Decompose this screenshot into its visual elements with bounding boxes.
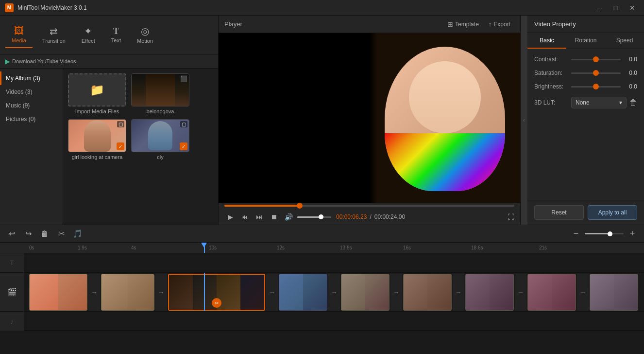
window-controls: ─ □ ✕ (593, 2, 639, 13)
toolbar-item-text[interactable]: T Text (104, 23, 128, 47)
player-label: Player (224, 20, 242, 28)
contrast-slider[interactable] (571, 59, 621, 60)
video-container (219, 33, 520, 203)
toolbar-item-motion[interactable]: ◎ Motion (130, 22, 160, 48)
clip-3-selected[interactable]: ✂ (168, 274, 265, 311)
toolbar-item-effect[interactable]: ✦ Effect (75, 22, 102, 48)
import-media-item[interactable]: 📁 Import Media Files (68, 73, 126, 114)
reset-button[interactable]: Reset (534, 205, 584, 220)
toolbar-label-motion: Motion (137, 38, 153, 44)
transition-arrow-7: → (515, 274, 526, 311)
panel-collapse-button[interactable]: ‹ (521, 16, 527, 225)
text-icon: T (113, 27, 119, 35)
zoom-in-button[interactable]: + (626, 227, 639, 241)
zoom-slider[interactable] (585, 233, 624, 234)
media-item-cly[interactable]: ▢ ✓ cly (131, 119, 189, 160)
download-youtube-button[interactable]: ▶ Download YouTube Videos (5, 57, 76, 65)
clip-2[interactable] (101, 274, 154, 311)
contrast-value: 0.0 (624, 56, 637, 63)
transition-arrow-8: → (577, 274, 589, 311)
media-item-girl-looking[interactable]: ▢ ✓ girl looking at camera (68, 119, 126, 160)
minimize-button[interactable]: ─ (593, 2, 606, 13)
volume-slider[interactable] (297, 216, 331, 218)
audio-track-label: ♪ (0, 312, 24, 331)
saturation-row: Saturation: 0.0 (534, 70, 637, 76)
clip-4[interactable] (279, 274, 327, 311)
video-property-title: Video Property (527, 16, 644, 33)
sidebar-item-music[interactable]: Music (9) (0, 99, 63, 112)
lut-delete-icon[interactable]: 🗑 (629, 98, 637, 107)
ruler-1-9s: 1.9s (78, 245, 87, 250)
check-badge-girl: ✓ (117, 142, 124, 150)
video-badge-icon-2: ▢ (117, 121, 124, 127)
contrast-row: Contrast: 0.0 (534, 56, 637, 63)
left-panel: 🖼 Media ⇄ Transition ✦ Effect T Text ◎ (0, 16, 219, 225)
media-grid: 📁 Import Media Files ⬛ -belonogova- (63, 69, 218, 225)
progress-thumb[interactable] (297, 203, 303, 209)
clip-7[interactable] (465, 274, 514, 311)
ruler-18-6s: 18.6s (471, 245, 483, 250)
tab-rotation[interactable]: Rotation (566, 33, 605, 49)
clip-8[interactable] (527, 274, 576, 311)
import-label: Import Media Files (75, 108, 119, 114)
prev-button[interactable]: ⏮ (239, 211, 251, 223)
zoom-controls: − + (569, 227, 639, 241)
template-label: Template (455, 21, 479, 28)
girl-looking-thumb: ▢ ✓ (68, 119, 126, 152)
toolbar-item-transition[interactable]: ⇄ Transition (35, 22, 72, 48)
saturation-label: Saturation: (534, 70, 568, 76)
audio-track-content (24, 312, 644, 331)
audio-track-row: ♪ (0, 312, 644, 331)
saturation-thumb[interactable] (593, 70, 599, 76)
clip-6[interactable] (403, 274, 452, 311)
stop-button[interactable]: ⏹ (268, 211, 280, 223)
sidebar-item-pictures[interactable]: Pictures (0) (0, 112, 63, 126)
sidebar-item-videos[interactable]: Videos (3) (0, 85, 63, 99)
titlebar: M MiniTool MovieMaker 3.0.1 ─ □ ✕ (0, 0, 644, 16)
maximize-button[interactable]: □ (609, 2, 623, 13)
zoom-thumb[interactable] (608, 231, 612, 236)
clip-1[interactable] (29, 274, 87, 311)
tab-basic[interactable]: Basic (527, 33, 566, 49)
fullscreen-button[interactable]: ⛶ (508, 213, 514, 221)
video-track-row: 🎬 → (0, 273, 644, 312)
undo-button[interactable]: ↩ (5, 227, 18, 241)
delete-button[interactable]: 🗑 (38, 227, 51, 241)
contrast-label: Contrast: (534, 56, 568, 63)
split-button[interactable]: ✂ (54, 227, 68, 241)
media-item-belonogova[interactable]: ⬛ -belonogova- (131, 73, 189, 114)
belonogova-thumb: ⬛ (131, 73, 189, 106)
play-button[interactable]: ▶ (224, 211, 236, 223)
progress-fill (224, 205, 300, 207)
contrast-thumb[interactable] (593, 56, 599, 62)
lut-select[interactable]: None ▾ (571, 97, 627, 108)
toolbar-label-transition: Transition (42, 38, 66, 44)
lut-label: 3D LUT: (534, 99, 568, 106)
apply-all-button[interactable]: Apply to all (588, 205, 637, 220)
progress-bar[interactable] (224, 205, 514, 207)
export-button[interactable]: ↑ Export (485, 18, 514, 30)
zoom-out-button[interactable]: − (569, 227, 583, 241)
brightness-value: 0.0 (624, 83, 637, 90)
tab-speed[interactable]: Speed (605, 33, 644, 49)
next-button[interactable]: ⏭ (254, 211, 265, 223)
saturation-slider[interactable] (571, 72, 621, 74)
time-total: 00:00:24.00 (374, 213, 405, 220)
brightness-slider[interactable] (571, 86, 621, 88)
ruler-0s: 0s (29, 245, 34, 250)
clip-5[interactable] (341, 274, 390, 311)
brightness-thumb[interactable] (593, 84, 599, 89)
redo-button[interactable]: ↪ (21, 227, 35, 241)
toolbar-item-media[interactable]: 🖼 Media (5, 22, 33, 48)
template-button[interactable]: ⊞ Template (447, 20, 479, 28)
property-tabs: Basic Rotation Speed (527, 33, 644, 49)
sidebar-item-my-album[interactable]: My Album (3) (0, 71, 63, 85)
clip-9[interactable] (590, 274, 638, 311)
toolbar-label-text: Text (111, 37, 121, 43)
close-button[interactable]: ✕ (626, 2, 639, 13)
cly-label: cly (157, 154, 163, 160)
audio-button[interactable]: 🎵 (71, 227, 85, 241)
volume-button[interactable]: 🔊 (283, 211, 294, 223)
volume-thumb[interactable] (319, 214, 323, 219)
player-header: Player ⊞ Template ↑ Export (219, 16, 520, 33)
